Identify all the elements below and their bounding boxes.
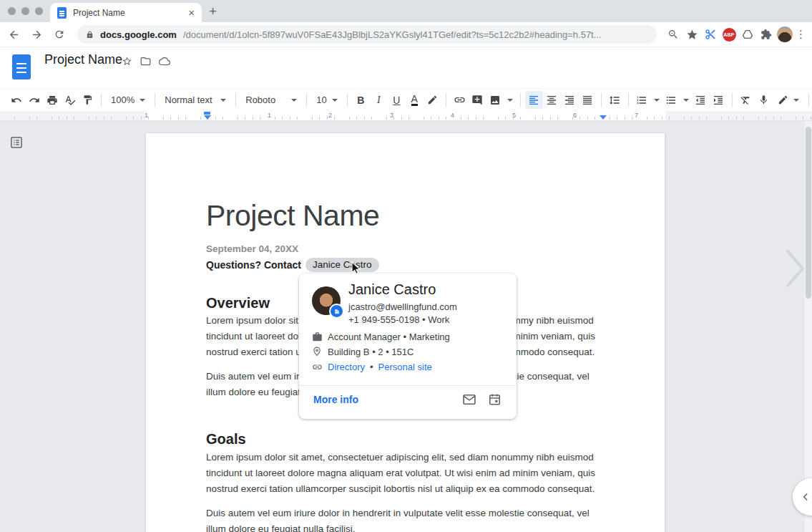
print-button[interactable] [43,91,61,109]
puzzle-extension-icon[interactable] [757,25,776,44]
chevron-down-icon [332,99,338,102]
bookmark-star-icon[interactable] [683,25,701,44]
font-size-select[interactable]: 10 [311,91,342,109]
reload-button[interactable] [50,25,69,44]
chevron-down-icon [291,99,297,102]
formatting-toolbar: 100% Normal text Roboto 10 B I U A [0,88,812,111]
url-path: /document/d/1olcn-5f897wuV0FSaE43JgBlbjL… [183,29,602,40]
contact-email[interactable]: jcastro@dwellingfund.com [348,301,457,312]
contact-name: Janice Castro [348,281,436,298]
bulleted-list-button[interactable] [662,91,680,109]
highlight-color-button[interactable] [424,91,441,109]
personal-site-link[interactable]: Personal site [378,362,432,372]
scrollbar-track[interactable] [805,121,812,532]
cloud-saved-icon[interactable] [159,56,170,67]
browser-profile-avatar[interactable] [776,25,794,44]
chevron-down-icon[interactable] [654,99,660,102]
chevron-down-icon[interactable] [507,99,513,102]
undo-button[interactable] [7,91,25,109]
first-line-indent-marker[interactable] [204,112,210,115]
location-pin-icon [312,347,323,357]
chevron-down-icon [220,99,226,102]
more-info-link[interactable]: More info [313,394,358,405]
paragraph-style-select[interactable]: Normal text [160,91,231,109]
zoom-out-icon[interactable] [664,25,683,44]
schedule-calendar-icon[interactable] [488,392,502,407]
docs-app-icon[interactable] [12,54,31,79]
paint-format-button[interactable] [79,91,97,109]
back-button[interactable] [4,25,23,44]
goals-paragraph-1[interactable]: Lorem ipsum dolor sit amet, consectetuer… [206,450,617,498]
docs-header: Project Name File Edit View Insert Forma… [0,47,812,88]
bold-button[interactable]: B [352,91,370,109]
editing-mode-select[interactable] [773,91,804,109]
spellcheck-button[interactable] [61,91,79,109]
briefcase-icon [312,332,323,342]
align-left-button[interactable] [525,91,543,109]
font-select[interactable]: Roboto [240,91,302,109]
clear-formatting-button[interactable] [737,91,755,109]
ruler[interactable]: 1 1 2 3 4 5 6 7 [0,111,812,121]
address-bar[interactable]: docs.google.com/document/d/1olcn-5f897wu… [77,25,657,44]
voice-typing-button[interactable] [755,91,773,109]
contact-phone[interactable]: +1 949-555-0198 • Work [348,314,449,325]
text-color-button[interactable]: A [406,91,424,109]
insert-link-button[interactable] [451,91,469,109]
section-heading-overview[interactable]: Overview [206,295,270,311]
browser-window: Project Name × + docs.google.com/documen… [0,0,812,532]
adblock-extension-icon[interactable]: ABP [720,25,738,44]
goals-paragraph-2[interactable]: Duis autem vel eum iriure dolor in hendr… [206,506,617,532]
line-spacing-button[interactable] [606,91,624,109]
doc-date[interactable]: September 04, 20XX [206,243,298,254]
align-right-button[interactable] [561,91,579,109]
browser-menu-icon[interactable]: ⋮ [796,28,806,41]
send-email-icon[interactable] [462,392,476,407]
doc-title[interactable]: Project Name [206,199,379,233]
decrease-indent-button[interactable] [692,91,710,109]
lock-icon [86,30,94,39]
increase-indent-button[interactable] [710,91,728,109]
drive-extension-icon[interactable] [738,25,757,44]
contact-hovercard: Janice Castro jcastro@dwellingfund.com +… [299,274,517,419]
contact-role: Account Manager • Marketing [328,332,450,342]
move-folder-icon[interactable] [140,56,151,67]
contact-location: Building B • 2 • 151C [328,347,414,357]
close-tab-icon[interactable]: × [188,7,195,18]
zoom-select[interactable]: 100% [106,91,150,109]
ruler-number: 2 [328,112,332,119]
numbered-list-button[interactable] [633,91,651,109]
star-document-icon[interactable] [122,56,132,67]
ruler-number: 4 [451,112,454,119]
ruler-number: 3 [390,112,393,119]
browser-tab[interactable]: Project Name × [50,3,202,22]
next-chevron-icon[interactable] [784,247,806,290]
align-center-button[interactable] [543,91,561,109]
browser-toolbar: docs.google.com/document/d/1olcn-5f897wu… [0,22,812,47]
person-smart-chip[interactable]: Janice Castro [305,258,379,272]
scissors-extension-icon[interactable] [701,25,720,44]
left-indent-marker[interactable] [204,115,211,120]
organization-badge-icon [329,304,344,319]
contact-links-row: Directory • Personal site [312,362,432,372]
document-title-field[interactable]: Project Name [44,52,122,67]
document-outline-button[interactable] [9,135,24,150]
add-comment-button[interactable] [469,91,486,109]
scrollbar-thumb[interactable] [806,127,811,299]
side-panel-toggle-button[interactable] [793,478,812,516]
contact-location-row: Building B • 2 • 151C [312,347,414,357]
directory-link[interactable]: Directory [328,362,365,372]
right-indent-marker[interactable] [600,115,607,120]
forward-button[interactable] [27,25,46,44]
insert-image-button[interactable] [486,91,504,109]
justify-button[interactable] [579,91,597,109]
underline-button[interactable]: U [388,91,406,109]
italic-button[interactable]: I [370,91,388,109]
mouse-cursor [351,261,363,275]
window-controls[interactable] [8,7,43,15]
document-canvas: Project Name September 04, 20XX Question… [0,121,812,532]
chevron-down-icon[interactable] [683,99,689,102]
new-tab-button[interactable]: + [209,4,217,19]
ruler-ticks [0,117,812,120]
section-heading-goals[interactable]: Goals [206,431,246,448]
redo-button[interactable] [25,91,43,109]
